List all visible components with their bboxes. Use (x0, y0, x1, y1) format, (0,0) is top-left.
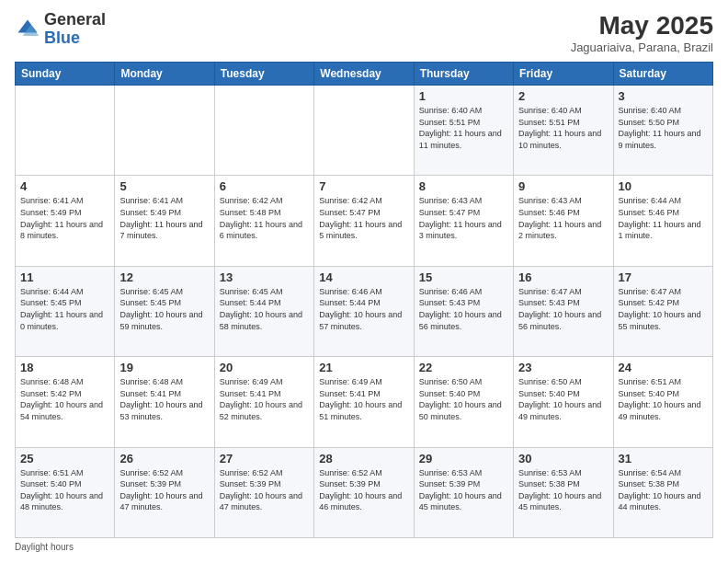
day-info: Sunrise: 6:43 AM Sunset: 5:47 PM Dayligh… (419, 195, 508, 241)
calendar-week-row: 25Sunrise: 6:51 AM Sunset: 5:40 PM Dayli… (16, 447, 713, 537)
table-row (314, 86, 414, 176)
day-number: 21 (319, 361, 408, 374)
table-row: 8Sunrise: 6:43 AM Sunset: 5:47 PM Daylig… (414, 176, 513, 266)
table-row: 12Sunrise: 6:45 AM Sunset: 5:45 PM Dayli… (115, 266, 214, 356)
calendar-week-row: 11Sunrise: 6:44 AM Sunset: 5:45 PM Dayli… (16, 266, 713, 356)
day-info: Sunrise: 6:51 AM Sunset: 5:40 PM Dayligh… (20, 467, 109, 513)
day-number: 27 (220, 452, 309, 465)
day-number: 8 (419, 179, 508, 193)
day-number: 6 (220, 179, 309, 193)
day-info: Sunrise: 6:53 AM Sunset: 5:38 PM Dayligh… (518, 467, 608, 513)
day-number: 28 (319, 452, 408, 465)
day-number: 30 (518, 452, 608, 465)
day-number: 24 (619, 361, 708, 374)
calendar-week-row: 18Sunrise: 6:48 AM Sunset: 5:42 PM Dayli… (16, 357, 713, 447)
day-info: Sunrise: 6:51 AM Sunset: 5:40 PM Dayligh… (619, 376, 708, 422)
footer-note: Daylight hours (15, 542, 713, 552)
col-monday: Monday (115, 63, 214, 86)
day-number: 23 (518, 361, 608, 374)
table-row: 26Sunrise: 6:52 AM Sunset: 5:39 PM Dayli… (115, 447, 214, 537)
day-number: 26 (119, 452, 209, 465)
logo-icon (15, 17, 40, 42)
day-number: 31 (619, 452, 708, 465)
day-number: 10 (619, 179, 708, 193)
table-row: 28Sunrise: 6:52 AM Sunset: 5:39 PM Dayli… (314, 447, 414, 537)
day-info: Sunrise: 6:44 AM Sunset: 5:45 PM Dayligh… (20, 286, 109, 332)
month-title: May 2025 (571, 11, 713, 40)
day-info: Sunrise: 6:54 AM Sunset: 5:38 PM Dayligh… (619, 467, 708, 513)
day-info: Sunrise: 6:40 AM Sunset: 5:51 PM Dayligh… (419, 105, 508, 151)
col-wednesday: Wednesday (314, 63, 414, 86)
day-number: 16 (518, 270, 608, 284)
title-block: May 2025 Jaguariaiva, Parana, Brazil (571, 11, 713, 54)
day-info: Sunrise: 6:47 AM Sunset: 5:43 PM Dayligh… (518, 286, 608, 332)
col-friday: Friday (514, 63, 613, 86)
table-row: 1Sunrise: 6:40 AM Sunset: 5:51 PM Daylig… (414, 86, 513, 176)
day-number: 5 (119, 179, 209, 193)
day-info: Sunrise: 6:48 AM Sunset: 5:41 PM Dayligh… (119, 376, 209, 422)
header: General Blue May 2025 Jaguariaiva, Paran… (15, 11, 713, 54)
day-info: Sunrise: 6:44 AM Sunset: 5:46 PM Dayligh… (619, 195, 708, 241)
day-info: Sunrise: 6:40 AM Sunset: 5:51 PM Dayligh… (518, 105, 608, 151)
table-row: 29Sunrise: 6:53 AM Sunset: 5:39 PM Dayli… (414, 447, 513, 537)
day-number: 3 (619, 89, 708, 103)
table-row: 10Sunrise: 6:44 AM Sunset: 5:46 PM Dayli… (613, 176, 712, 266)
day-info: Sunrise: 6:42 AM Sunset: 5:48 PM Dayligh… (220, 195, 309, 241)
day-info: Sunrise: 6:49 AM Sunset: 5:41 PM Dayligh… (220, 376, 309, 422)
day-number: 18 (20, 361, 109, 374)
table-row: 19Sunrise: 6:48 AM Sunset: 5:41 PM Dayli… (115, 357, 214, 447)
day-info: Sunrise: 6:41 AM Sunset: 5:49 PM Dayligh… (20, 195, 109, 241)
day-number: 15 (419, 270, 508, 284)
table-row: 3Sunrise: 6:40 AM Sunset: 5:50 PM Daylig… (613, 86, 712, 176)
day-info: Sunrise: 6:46 AM Sunset: 5:44 PM Dayligh… (319, 286, 408, 332)
day-number: 22 (419, 361, 508, 374)
calendar-week-row: 4Sunrise: 6:41 AM Sunset: 5:49 PM Daylig… (16, 176, 713, 266)
table-row (115, 86, 214, 176)
day-number: 2 (518, 89, 608, 103)
table-row: 11Sunrise: 6:44 AM Sunset: 5:45 PM Dayli… (16, 266, 115, 356)
day-number: 14 (319, 270, 408, 284)
day-info: Sunrise: 6:52 AM Sunset: 5:39 PM Dayligh… (119, 467, 209, 513)
table-row: 15Sunrise: 6:46 AM Sunset: 5:43 PM Dayli… (414, 266, 513, 356)
table-row (214, 86, 313, 176)
col-sunday: Sunday (16, 63, 115, 86)
page: General Blue May 2025 Jaguariaiva, Paran… (0, 0, 728, 563)
day-number: 7 (319, 179, 408, 193)
day-number: 17 (619, 270, 708, 284)
day-info: Sunrise: 6:48 AM Sunset: 5:42 PM Dayligh… (20, 376, 109, 422)
logo-text: General Blue (44, 11, 106, 48)
day-info: Sunrise: 6:50 AM Sunset: 5:40 PM Dayligh… (518, 376, 608, 422)
table-row: 30Sunrise: 6:53 AM Sunset: 5:38 PM Dayli… (514, 447, 613, 537)
day-info: Sunrise: 6:49 AM Sunset: 5:41 PM Dayligh… (319, 376, 408, 422)
logo-general: General (44, 10, 106, 29)
table-row: 31Sunrise: 6:54 AM Sunset: 5:38 PM Dayli… (613, 447, 712, 537)
day-info: Sunrise: 6:45 AM Sunset: 5:45 PM Dayligh… (119, 286, 209, 332)
logo: General Blue (15, 11, 106, 48)
col-saturday: Saturday (613, 63, 712, 86)
table-row (16, 86, 115, 176)
day-info: Sunrise: 6:40 AM Sunset: 5:50 PM Dayligh… (619, 105, 708, 151)
logo-blue: Blue (44, 29, 80, 47)
table-row: 6Sunrise: 6:42 AM Sunset: 5:48 PM Daylig… (214, 176, 313, 266)
table-row: 13Sunrise: 6:45 AM Sunset: 5:44 PM Dayli… (214, 266, 313, 356)
table-row: 7Sunrise: 6:42 AM Sunset: 5:47 PM Daylig… (314, 176, 414, 266)
day-info: Sunrise: 6:45 AM Sunset: 5:44 PM Dayligh… (220, 286, 309, 332)
day-info: Sunrise: 6:53 AM Sunset: 5:39 PM Dayligh… (419, 467, 508, 513)
day-info: Sunrise: 6:52 AM Sunset: 5:39 PM Dayligh… (220, 467, 309, 513)
day-number: 29 (419, 452, 508, 465)
table-row: 5Sunrise: 6:41 AM Sunset: 5:49 PM Daylig… (115, 176, 214, 266)
day-number: 4 (20, 179, 109, 193)
day-number: 25 (20, 452, 109, 465)
table-row: 2Sunrise: 6:40 AM Sunset: 5:51 PM Daylig… (514, 86, 613, 176)
calendar-week-row: 1Sunrise: 6:40 AM Sunset: 5:51 PM Daylig… (16, 86, 713, 176)
calendar-header-row: Sunday Monday Tuesday Wednesday Thursday… (16, 63, 713, 86)
table-row: 16Sunrise: 6:47 AM Sunset: 5:43 PM Dayli… (514, 266, 613, 356)
day-number: 20 (220, 361, 309, 374)
table-row: 14Sunrise: 6:46 AM Sunset: 5:44 PM Dayli… (314, 266, 414, 356)
table-row: 22Sunrise: 6:50 AM Sunset: 5:40 PM Dayli… (414, 357, 513, 447)
day-number: 9 (518, 179, 608, 193)
day-info: Sunrise: 6:46 AM Sunset: 5:43 PM Dayligh… (419, 286, 508, 332)
table-row: 9Sunrise: 6:43 AM Sunset: 5:46 PM Daylig… (514, 176, 613, 266)
table-row: 21Sunrise: 6:49 AM Sunset: 5:41 PM Dayli… (314, 357, 414, 447)
day-info: Sunrise: 6:52 AM Sunset: 5:39 PM Dayligh… (319, 467, 408, 513)
